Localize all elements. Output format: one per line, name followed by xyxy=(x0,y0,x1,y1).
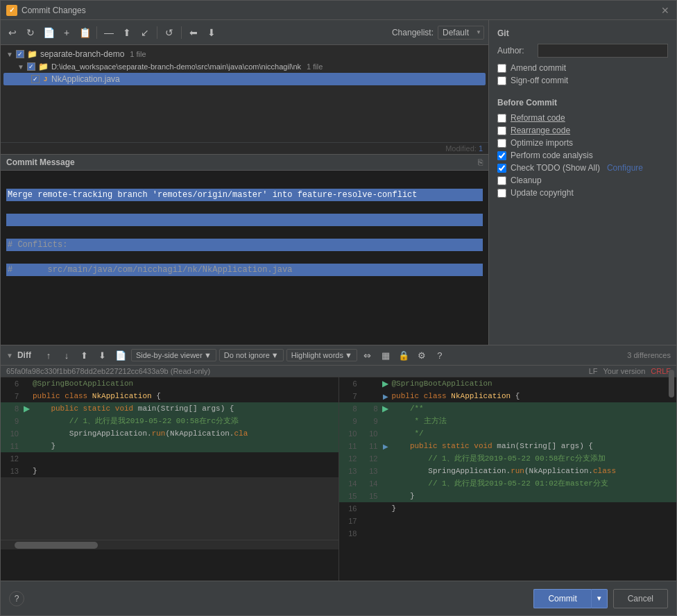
line-num-r: 9 xyxy=(360,415,381,427)
line-num: 14 xyxy=(339,477,360,490)
code: public class NkApplication { xyxy=(391,390,677,402)
commit-btn-group: Commit ▼ xyxy=(533,589,607,608)
cleanup-label[interactable]: Cleanup xyxy=(511,176,542,185)
diff-prev-btn[interactable]: ⬆ xyxy=(77,348,92,363)
check-todo-checkbox[interactable] xyxy=(497,164,506,173)
file-hash: 65fa0fa98c330f1bb678dd2eb227212cc6433a9b… xyxy=(6,367,210,375)
gutter xyxy=(22,427,31,440)
modified-info: Modified: 1 xyxy=(1,142,488,154)
sign-off-checkbox[interactable] xyxy=(497,76,506,85)
tree-item-root[interactable]: ▼ ✓ 📁 separate-branch-demo 1 file xyxy=(3,48,486,60)
gutter: ▶ xyxy=(381,377,391,390)
line-num: 7 xyxy=(339,390,360,402)
line-num: 18 xyxy=(339,527,360,540)
toolbar-refresh-btn[interactable]: ↻ xyxy=(23,25,38,40)
toolbar-undo-btn[interactable]: ↺ xyxy=(162,25,177,40)
gutter xyxy=(381,477,391,490)
changelist-select[interactable]: Default xyxy=(438,26,484,40)
diff-left-column: 6 @SpringBootApplication 7 public class … xyxy=(1,377,339,581)
rearrange-checkbox[interactable] xyxy=(497,126,506,135)
line-num: 17 xyxy=(339,515,360,527)
update-copyright-label[interactable]: Update copyright xyxy=(511,188,574,198)
cleanup-checkbox[interactable] xyxy=(497,176,506,185)
line-num: 12 xyxy=(339,452,360,465)
rearrange-label[interactable]: Rearrange code xyxy=(511,126,570,135)
diff-lock-btn[interactable]: 🔒 xyxy=(396,348,411,363)
ignore-select[interactable]: Do not ignore ▼ xyxy=(219,349,284,361)
checkbox-java-file[interactable]: ✓ xyxy=(31,75,40,83)
commit-message-icon[interactable]: ⎘ xyxy=(478,157,483,167)
toolbar-revert-btn[interactable]: ↙ xyxy=(137,25,153,40)
update-copyright-checkbox[interactable] xyxy=(497,189,506,198)
amend-commit-label[interactable]: Amend commit xyxy=(511,63,566,73)
toolbar-expand-btn[interactable]: ⬅ xyxy=(186,25,201,40)
line-num: 13 xyxy=(339,465,360,477)
diff-toolbar: ↑ ↓ ⬆ ⬇ 📄 Side-by-side viewer ▼ Do not i… xyxy=(41,348,447,363)
code: * 主方法 xyxy=(391,415,677,427)
line-num-r: 11 xyxy=(360,440,381,452)
line-num: 9 xyxy=(1,415,22,427)
checkbox-root[interactable]: ✓ xyxy=(16,50,24,58)
diff-copy-btn[interactable]: 📄 xyxy=(113,348,128,363)
toolbar-back-btn[interactable]: ↩ xyxy=(5,25,20,40)
diff-sync-btn[interactable]: ⇔ xyxy=(360,348,375,363)
close-button[interactable]: ✕ xyxy=(660,5,671,16)
commit-message-title: Commit Message xyxy=(6,157,75,167)
check-todo-row: Check TODO (Show All) Configure xyxy=(497,162,668,174)
diff-left-scrollbar[interactable] xyxy=(1,540,338,549)
code: } xyxy=(391,502,677,515)
tree-item-java-file[interactable]: ✓ J NkApplication.java xyxy=(3,73,486,85)
toolbar-move-btn[interactable]: 📋 xyxy=(77,25,92,40)
tree-item-subfolder[interactable]: ▼ ✓ 📁 D:\idea_workspace\separate-branch-… xyxy=(3,60,486,73)
gutter xyxy=(22,465,31,477)
perform-label[interactable]: Perform code analysis xyxy=(511,151,593,160)
reformat-label[interactable]: Reformat code xyxy=(511,113,565,123)
commit-message-editor[interactable]: Merge remote-tracking branch 'remotes/or… xyxy=(1,171,488,345)
toolbar-copy-btn[interactable]: 📄 xyxy=(41,25,56,40)
diff-help-btn[interactable]: ? xyxy=(432,348,447,363)
highlight-select[interactable]: Highlight words ▼ xyxy=(286,349,357,361)
gutter xyxy=(381,490,391,502)
right-panel: Git Author: Amend commit Sign-off commit… xyxy=(489,20,676,345)
code xyxy=(31,452,338,465)
optimize-checkbox[interactable] xyxy=(497,139,506,148)
toolbar-up-btn[interactable]: ⬆ xyxy=(119,25,135,40)
line-num-r xyxy=(360,377,381,390)
diff-down-btn[interactable]: ↓ xyxy=(59,348,74,363)
toolbar-remove-btn[interactable]: — xyxy=(101,25,117,40)
toolbar-add-btn[interactable]: + xyxy=(59,25,74,40)
diff-right-line-6: 6 ▶ @SpringBootApplication xyxy=(339,377,677,390)
commit-button[interactable]: Commit xyxy=(533,589,590,608)
line-num-r xyxy=(360,502,381,515)
cancel-button[interactable]: Cancel xyxy=(613,589,668,608)
line-num-r: 13 xyxy=(360,465,381,477)
check-todo-label[interactable]: Check TODO (Show All) xyxy=(511,163,600,173)
diff-up-btn[interactable]: ↑ xyxy=(41,348,56,363)
checkbox-subfolder[interactable]: ✓ xyxy=(27,62,35,71)
diff-next-btn[interactable]: ⬇ xyxy=(95,348,110,363)
help-button[interactable]: ? xyxy=(9,591,24,606)
folder-icon-root: 📁 xyxy=(27,49,37,59)
diff-collapse-icon[interactable]: ▼ xyxy=(6,352,13,359)
sign-off-label[interactable]: Sign-off commit xyxy=(511,76,568,85)
line-num-r: 12 xyxy=(360,452,381,465)
gutter xyxy=(381,427,391,440)
amend-commit-checkbox[interactable] xyxy=(497,64,506,73)
line-num-r: 14 xyxy=(360,477,381,490)
commit-dropdown-button[interactable]: ▼ xyxy=(591,589,608,608)
configure-link[interactable]: Configure xyxy=(607,163,643,173)
author-input[interactable] xyxy=(538,44,668,58)
diff-right-column: 6 ▶ @SpringBootApplication 7 ▶ public cl… xyxy=(339,377,677,581)
diff-grid-btn[interactable]: ▦ xyxy=(378,348,393,363)
changelist-label: Changelist: xyxy=(392,28,434,37)
reformat-checkbox[interactable] xyxy=(497,114,506,123)
toolbar-collapse-btn[interactable]: ⬇ xyxy=(204,25,219,40)
diff-settings-btn[interactable]: ⚙ xyxy=(414,348,429,363)
commit-message-header: Commit Message ⎘ xyxy=(1,154,488,171)
optimize-label[interactable]: Optimize imports xyxy=(511,138,573,148)
diff-lf: LF xyxy=(589,367,598,375)
viewer-select[interactable]: Side-by-side viewer ▼ xyxy=(131,349,216,361)
diff-right-line-8: 8 8 ▶ /** xyxy=(339,402,677,415)
perform-checkbox[interactable] xyxy=(497,151,506,160)
code: @SpringBootApplication xyxy=(391,377,677,390)
